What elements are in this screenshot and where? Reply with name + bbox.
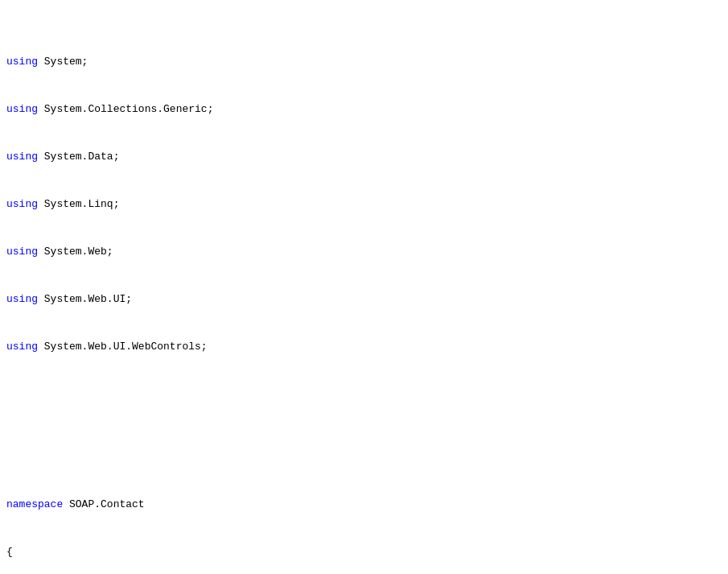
line-3: using System.Data; bbox=[0, 149, 728, 165]
line-4: using System.Linq; bbox=[0, 196, 728, 213]
keyword-using: using bbox=[6, 291, 38, 308]
keyword-using: using bbox=[6, 101, 38, 118]
line-ns-open: { bbox=[0, 544, 728, 560]
keyword-using: using bbox=[6, 339, 38, 355]
keyword-namespace: namespace bbox=[6, 497, 63, 513]
keyword-using: using bbox=[6, 244, 38, 260]
keyword-using: using bbox=[6, 149, 38, 165]
code-editor: using System; using System.Collections.G… bbox=[0, 0, 728, 574]
line-namespace: namespace SOAP.Contact bbox=[0, 497, 728, 513]
keyword-using: using bbox=[6, 54, 38, 70]
line-7: using System.Web.UI.WebControls; bbox=[0, 339, 728, 355]
line-5: using System.Web; bbox=[0, 244, 728, 260]
line-2: using System.Collections.Generic; bbox=[0, 101, 728, 118]
keyword-using: using bbox=[6, 196, 38, 213]
line-1: using System; bbox=[0, 54, 728, 70]
line-blank bbox=[0, 418, 728, 434]
line-6: using System.Web.UI; bbox=[0, 291, 728, 308]
